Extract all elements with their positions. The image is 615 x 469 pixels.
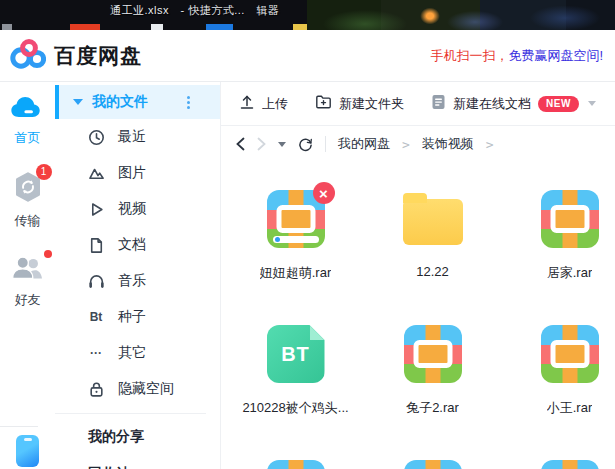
transfer-count-badge: 1 bbox=[36, 164, 52, 180]
others-label: 其它 bbox=[118, 344, 146, 362]
picture-icon bbox=[87, 165, 105, 182]
desktop-icon-fragment bbox=[151, 24, 163, 30]
folder-icon bbox=[403, 199, 463, 245]
breadcrumb: 我的网盘 > 装饰视频 > bbox=[221, 126, 615, 162]
upload-label: 上传 bbox=[262, 95, 288, 113]
upload-progress-knob bbox=[275, 237, 280, 242]
sidebar-divider bbox=[55, 413, 206, 414]
headphones-icon bbox=[87, 273, 105, 290]
online-doc-icon bbox=[431, 94, 446, 113]
game-wallpaper bbox=[305, 0, 615, 30]
file-grid: × 妞妞超萌.rar 12.22 居家.rar BT 210228被个鸡 bbox=[221, 162, 615, 469]
upload-icon bbox=[239, 94, 255, 113]
sidebar-item-torrents[interactable]: Bt 种子 bbox=[55, 299, 220, 335]
new-folder-button[interactable]: 新建文件夹 bbox=[315, 94, 404, 113]
file-name: 小王.rar bbox=[547, 399, 593, 417]
sidebar-item-recycle-bin[interactable]: 回收站 bbox=[55, 455, 220, 469]
app-title: 百度网盘 bbox=[54, 42, 142, 70]
breadcrumb-root[interactable]: 我的网盘 bbox=[338, 135, 390, 153]
phone-app-icon[interactable] bbox=[16, 435, 39, 467]
promo-text-blue: 免费赢网盘空间! bbox=[508, 48, 603, 63]
back-button[interactable] bbox=[236, 137, 245, 151]
rail-item-friends[interactable]: 好友 bbox=[10, 254, 46, 309]
toolbar: 上传 新建文件夹 新建在线文档 NEW bbox=[221, 82, 615, 126]
friends-red-dot bbox=[44, 250, 52, 258]
app-header: 百度网盘 手机扫一扫，免费赢网盘空间! bbox=[0, 30, 615, 82]
promo-banner[interactable]: 手机扫一扫，免费赢网盘空间! bbox=[430, 47, 603, 65]
file-name: 居家.rar bbox=[547, 264, 593, 282]
netdisk-cloud-logo-icon bbox=[10, 38, 46, 74]
file-item[interactable] bbox=[227, 432, 364, 469]
new-badge: NEW bbox=[538, 96, 579, 112]
rail-home-label: 首页 bbox=[15, 129, 41, 147]
desktop-icon-fragment bbox=[293, 24, 307, 30]
file-item[interactable] bbox=[501, 432, 615, 469]
rar-file-icon bbox=[404, 325, 462, 383]
chevron-down-icon[interactable] bbox=[588, 101, 596, 106]
desktop-icon-fragment bbox=[206, 24, 233, 30]
breadcrumb-divider bbox=[325, 136, 326, 152]
sidebar-item-my-files[interactable]: 我的文件 bbox=[55, 85, 220, 119]
new-folder-icon bbox=[315, 94, 332, 113]
breadcrumb-current[interactable]: 装饰视频 bbox=[422, 135, 474, 153]
left-rail: 首页 1 传输 bbox=[0, 82, 55, 469]
sidebar-item-hidden-space[interactable]: 隐藏空间 bbox=[55, 371, 220, 407]
cancel-upload-button[interactable]: × bbox=[313, 182, 335, 204]
rail-item-home[interactable]: 首页 bbox=[10, 94, 46, 147]
desktop-icon-fragment bbox=[2, 24, 12, 30]
rail-divider bbox=[0, 426, 38, 427]
upload-button[interactable]: 上传 bbox=[239, 94, 288, 113]
baidu-netdisk-window: 通工业.xlsx - 快捷方式... 辑器 百度网盘 手机扫一扫，免费赢网盘空间… bbox=[0, 0, 615, 469]
rar-file-icon bbox=[267, 460, 325, 469]
new-doc-label: 新建在线文档 bbox=[453, 95, 531, 113]
new-online-doc-button[interactable]: 新建在线文档 NEW bbox=[431, 94, 596, 113]
sidebar-item-documents[interactable]: 文档 bbox=[55, 227, 220, 263]
rar-file-icon bbox=[541, 190, 599, 248]
recycle-bin-label: 回收站 bbox=[88, 465, 130, 469]
documents-label: 文档 bbox=[118, 236, 146, 254]
document-icon bbox=[87, 237, 105, 254]
file-item[interactable]: BT 210228被个鸡头... bbox=[227, 297, 364, 432]
sidebar-item-pictures[interactable]: 图片 bbox=[55, 155, 220, 191]
new-folder-label: 新建文件夹 bbox=[339, 95, 404, 113]
ellipsis-icon: ··· bbox=[87, 346, 105, 360]
file-item[interactable]: × 妞妞超萌.rar bbox=[227, 162, 364, 297]
my-shares-label: 我的分享 bbox=[88, 428, 144, 446]
cloud-icon bbox=[10, 94, 46, 124]
rail-item-transfer[interactable]: 1 传输 bbox=[12, 171, 44, 230]
sidebar-item-recent[interactable]: 最近 bbox=[55, 119, 220, 155]
file-item[interactable]: 小王.rar bbox=[501, 297, 615, 432]
rar-file-icon bbox=[541, 325, 599, 383]
sidebar-item-music[interactable]: 音乐 bbox=[55, 263, 220, 299]
bt-icon-text: BT bbox=[281, 343, 310, 366]
file-name: 妞妞超萌.rar bbox=[260, 264, 332, 282]
more-options-icon[interactable] bbox=[187, 96, 190, 109]
history-dropdown-icon[interactable] bbox=[278, 142, 286, 147]
file-name: 210228被个鸡头... bbox=[242, 399, 348, 417]
baidu-netdisk-logo[interactable]: 百度网盘 bbox=[10, 38, 142, 74]
torrent-file-icon: BT bbox=[267, 325, 325, 383]
hidden-space-label: 隐藏空间 bbox=[118, 380, 174, 398]
main-panel: 上传 新建文件夹 新建在线文档 NEW bbox=[220, 82, 615, 469]
file-item[interactable] bbox=[364, 432, 501, 469]
forward-button[interactable] bbox=[257, 137, 266, 151]
my-files-label: 我的文件 bbox=[92, 93, 148, 111]
file-item[interactable]: 居家.rar bbox=[501, 162, 615, 297]
desktop-background-strip: 通工业.xlsx - 快捷方式... 辑器 bbox=[0, 0, 615, 30]
file-name: 12.22 bbox=[416, 264, 449, 279]
folder-item[interactable]: 12.22 bbox=[364, 162, 501, 297]
desktop-icon-caption: 通工业.xlsx - 快捷方式... 辑器 bbox=[110, 3, 279, 18]
clock-icon bbox=[87, 129, 105, 146]
videos-label: 视频 bbox=[118, 200, 146, 218]
friends-icon bbox=[10, 254, 46, 286]
pictures-label: 图片 bbox=[118, 164, 146, 182]
refresh-icon[interactable] bbox=[298, 137, 313, 152]
file-item[interactable]: 兔子2.rar bbox=[364, 297, 501, 432]
sidebar-item-videos[interactable]: 视频 bbox=[55, 191, 220, 227]
rar-file-icon bbox=[541, 460, 599, 469]
torrents-label: 种子 bbox=[118, 308, 146, 326]
sidebar-item-others[interactable]: ··· 其它 bbox=[55, 335, 220, 371]
bt-text-icon: Bt bbox=[87, 310, 105, 324]
sidebar-item-my-shares[interactable]: 我的分享 bbox=[55, 418, 220, 455]
music-label: 音乐 bbox=[118, 272, 146, 290]
